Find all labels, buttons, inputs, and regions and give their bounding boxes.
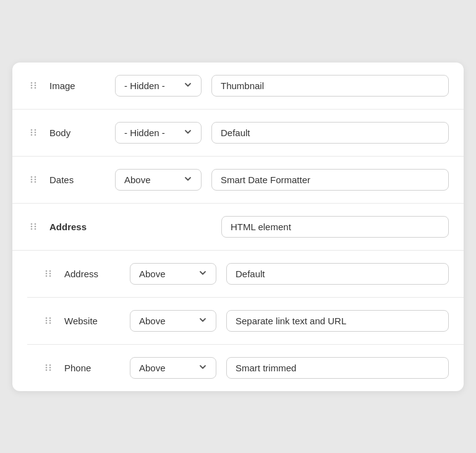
value-box-website: Separate link text and URL [226,310,449,332]
row-body: Body- Hidden - Default [12,110,464,157]
drag-handle-image[interactable] [27,80,40,90]
svg-point-25 [46,273,48,275]
svg-point-32 [46,322,48,324]
dropdown-text-body: - Hidden - [124,127,165,138]
value-box-address-group: HTML element [221,216,449,238]
row-phone: PhoneAbove Smart trimmed [27,345,464,391]
svg-point-39 [49,365,51,366]
chevron-icon-image [184,80,192,91]
chevron-icon-dates [184,175,192,185]
field-label-image: Image [49,80,105,91]
svg-point-5 [35,87,36,89]
svg-point-40 [49,367,51,369]
svg-point-30 [46,317,48,319]
dropdown-text-address-sub: Above [139,269,166,279]
value-box-image: Thumbnail [211,75,449,97]
svg-point-20 [31,228,33,230]
svg-point-6 [31,129,33,131]
dropdown-body[interactable]: - Hidden - [115,122,202,144]
svg-point-1 [31,85,33,87]
field-label-address-sub: Address [64,269,120,279]
drag-handle-address-sub[interactable] [42,269,54,278]
field-label-phone: Phone [64,363,120,373]
drag-handle-dates[interactable] [27,175,40,184]
svg-point-23 [35,228,36,230]
drag-handle-phone[interactable] [42,363,54,373]
row-image: Image- Hidden - Thumbnail [12,63,464,110]
svg-point-4 [35,85,36,87]
settings-card: Image- Hidden - Thumbnail Body- Hidden -… [12,63,464,391]
value-box-address-sub: Default [226,263,449,285]
svg-point-0 [31,82,33,84]
field-label-dates: Dates [49,175,105,185]
value-box-phone: Smart trimmed [226,357,449,379]
svg-point-9 [35,129,36,131]
svg-point-29 [49,275,51,277]
svg-point-41 [49,369,51,371]
svg-point-38 [46,369,48,371]
dropdown-phone[interactable]: Above [130,357,216,379]
svg-point-3 [35,82,36,84]
svg-point-14 [31,181,33,183]
svg-point-24 [46,270,48,272]
field-label-website: Website [64,316,120,326]
chevron-icon-address-sub [198,269,207,279]
svg-point-36 [46,365,48,366]
drag-handle-address-group[interactable] [27,222,40,231]
svg-point-27 [49,270,51,272]
chevron-icon-body [184,127,192,138]
row-website: WebsiteAbove Separate link text and URL [27,298,464,345]
dropdown-text-website: Above [139,316,166,326]
svg-point-28 [49,273,51,275]
dropdown-address-sub[interactable]: Above [130,263,216,285]
svg-point-11 [35,134,36,136]
svg-point-10 [35,132,36,134]
value-box-body: Default [211,122,449,144]
dropdown-text-dates: Above [124,175,151,185]
svg-point-15 [35,176,36,178]
row-address-group: AddressHTML element [12,204,464,251]
svg-point-17 [35,181,36,183]
svg-point-26 [46,275,48,277]
svg-point-19 [31,226,33,228]
svg-point-34 [49,320,51,322]
row-address-sub: AddressAbove Default [27,251,464,298]
chevron-icon-website [198,316,207,326]
svg-point-21 [35,223,36,225]
svg-point-33 [49,317,51,319]
svg-point-7 [31,132,33,134]
dropdown-website[interactable]: Above [130,310,216,332]
svg-point-37 [46,367,48,369]
svg-point-22 [35,226,36,228]
value-box-dates: Smart Date Formatter [211,169,449,191]
chevron-icon-phone [198,363,207,373]
svg-point-8 [31,134,33,136]
dropdown-text-phone: Above [139,363,166,373]
svg-point-31 [46,320,48,322]
row-dates: DatesAbove Smart Date Formatter [12,157,464,204]
svg-point-18 [31,223,33,225]
drag-handle-body[interactable] [27,127,40,137]
dropdown-text-image: - Hidden - [124,80,165,91]
svg-point-35 [49,322,51,324]
svg-point-2 [31,87,33,89]
svg-point-12 [31,176,33,178]
svg-point-13 [31,179,33,181]
dropdown-image[interactable]: - Hidden - [115,75,202,97]
svg-point-16 [35,179,36,181]
field-label-address-group: Address [49,222,105,232]
drag-handle-website[interactable] [42,316,54,326]
dropdown-dates[interactable]: Above [115,169,202,191]
field-label-body: Body [49,127,105,138]
